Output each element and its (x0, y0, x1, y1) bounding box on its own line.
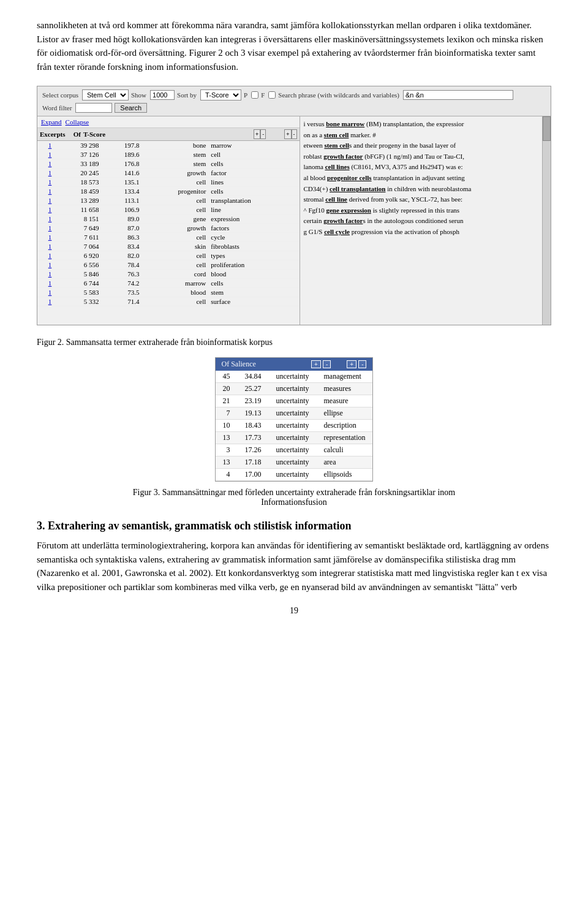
search-phrase-label: Search phrase (with wildcards and variab… (278, 91, 399, 99)
row-num[interactable]: 1 (37, 270, 54, 279)
row-w1: progenitor (142, 187, 209, 196)
row-num[interactable]: 1 (37, 260, 54, 270)
col-header-of: Of (53, 131, 81, 138)
row-of: 76.3 (101, 270, 141, 279)
row-excerpts: 7 611 (54, 233, 101, 242)
corpus-select[interactable]: Stem Cell (82, 89, 129, 100)
fig3-header-label: Of Salience (222, 360, 256, 369)
fig3-w2: measures (317, 383, 373, 395)
row-num[interactable]: 1 (37, 141, 54, 150)
fig3-col2: 25.27 (238, 383, 269, 395)
row-w2: cell (208, 150, 299, 159)
row-excerpts: 33 189 (54, 159, 101, 169)
row-num[interactable]: 1 (37, 279, 54, 288)
fig3-minus-btn1[interactable]: - (323, 360, 331, 368)
fig3-header: Of Salience + - + - (216, 358, 373, 371)
fig3-w2: measure (317, 395, 373, 407)
sort-minus-btn[interactable]: - (260, 129, 266, 139)
row-num[interactable]: 1 (37, 187, 54, 196)
filter-plus-btn[interactable]: + (284, 129, 291, 139)
table-row: 1 20 245 141.6 growth factor (37, 169, 300, 178)
search-button[interactable]: Search (115, 103, 147, 113)
row-num[interactable]: 1 (37, 159, 54, 169)
row-w2: transplantation (208, 196, 299, 205)
sort-select[interactable]: T-Score (200, 89, 241, 100)
figure3-table-wrap: Of Salience + - + - 45 34.84 uncertainty… (215, 357, 374, 482)
row-num[interactable]: 1 (37, 242, 54, 251)
row-w2: cells (208, 159, 299, 169)
fig3-plus-btn2[interactable]: + (347, 360, 356, 368)
row-num[interactable]: 1 (37, 169, 54, 178)
row-excerpts: 5 332 (54, 297, 101, 306)
fig3-col1: 7 (216, 407, 238, 420)
row-w1: cell (142, 297, 209, 306)
right-panel-line: etween stem cells and their progeny in t… (304, 140, 539, 151)
fig3-caption: Figur 3. Sammansättningar med förleden u… (37, 488, 551, 507)
fig3-col1: 20 (216, 383, 238, 395)
fig3-plus-btn1[interactable]: + (311, 360, 321, 368)
row-of: 87.0 (101, 224, 141, 233)
row-num[interactable]: 1 (37, 251, 54, 260)
filter-minus-btn[interactable]: - (292, 129, 297, 139)
fig3-col1: 13 (216, 432, 238, 444)
fig3-col2: 34.84 (238, 371, 269, 383)
row-of: 135.1 (101, 178, 141, 187)
table-row: 1 39 298 197.8 bone marrow (37, 141, 300, 150)
p-checkbox[interactable] (251, 91, 258, 99)
table-row: 1 13 289 113.1 cell transplantation (37, 196, 300, 205)
table-scroll[interactable]: 1 39 298 197.8 bone marrow 1 37 126 189.… (37, 141, 300, 325)
row-w1: blood (142, 288, 209, 297)
fig3-w1: uncertainty (269, 383, 317, 395)
fig3-col1: 13 (216, 456, 238, 469)
row-num[interactable]: 1 (37, 233, 54, 242)
row-num[interactable]: 1 (37, 288, 54, 297)
sort-plus-btn[interactable]: + (254, 129, 260, 139)
row-w1: cell (142, 260, 209, 270)
f-checkbox[interactable] (268, 91, 276, 99)
row-of: 83.4 (101, 242, 141, 251)
row-num[interactable]: 1 (37, 150, 54, 159)
row-num[interactable]: 1 (37, 214, 54, 224)
fig3-col2: 23.19 (238, 395, 269, 407)
row-num[interactable]: 1 (37, 297, 54, 306)
row-excerpts: 5 846 (54, 270, 101, 279)
row-num[interactable]: 1 (37, 224, 54, 233)
word-filter-input[interactable] (75, 103, 112, 113)
row-num[interactable]: 1 (37, 205, 54, 214)
row-excerpts: 7 064 (54, 242, 101, 251)
right-panel-line: stromal cell line derived from yolk sac,… (304, 194, 539, 205)
fig3-row: 20 25.27 uncertainty measures (216, 383, 373, 395)
right-panel-line: on as a stem cell marker. # (304, 130, 539, 141)
row-excerpts: 18 459 (54, 187, 101, 196)
row-w2: blood (208, 270, 299, 279)
fig3-col2: 17.18 (238, 456, 269, 469)
fig3-w1: uncertainty (269, 469, 317, 481)
row-of: 133.4 (101, 187, 141, 196)
row-num[interactable]: 1 (37, 196, 54, 205)
table-row: 1 37 126 189.6 stem cell (37, 150, 300, 159)
scrollbar[interactable] (542, 116, 551, 325)
row-of: 74.2 (101, 279, 141, 288)
row-excerpts: 13 289 (54, 196, 101, 205)
row-w2: marrow (208, 141, 299, 150)
table-row: 1 5 846 76.3 cord blood (37, 270, 300, 279)
fig3-row: 10 18.43 uncertainty description (216, 420, 373, 432)
row-of: 78.4 (101, 260, 141, 270)
fig3-col1: 21 (216, 395, 238, 407)
expand-link[interactable]: Expand (41, 118, 62, 126)
fig3-col2: 17.73 (238, 432, 269, 444)
fig3-col1: 10 (216, 420, 238, 432)
row-of: 71.4 (101, 297, 141, 306)
search-phrase-input[interactable] (403, 90, 513, 100)
fig3-row: 13 17.73 uncertainty representation (216, 432, 373, 444)
row-num[interactable]: 1 (37, 178, 54, 187)
fig3-col2: 17.00 (238, 469, 269, 481)
show-input[interactable] (150, 90, 175, 100)
fig3-w1: uncertainty (269, 420, 317, 432)
fig3-minus-btn2[interactable]: - (358, 360, 366, 368)
fig3-col2: 19.13 (238, 407, 269, 420)
collapse-link[interactable]: Collapse (66, 118, 89, 126)
row-w2: lines (208, 178, 299, 187)
fig2-caption: Figur 2. Sammansatta termer extraherade … (37, 338, 551, 347)
table-row: 1 6 744 74.2 marrow cells (37, 279, 300, 288)
